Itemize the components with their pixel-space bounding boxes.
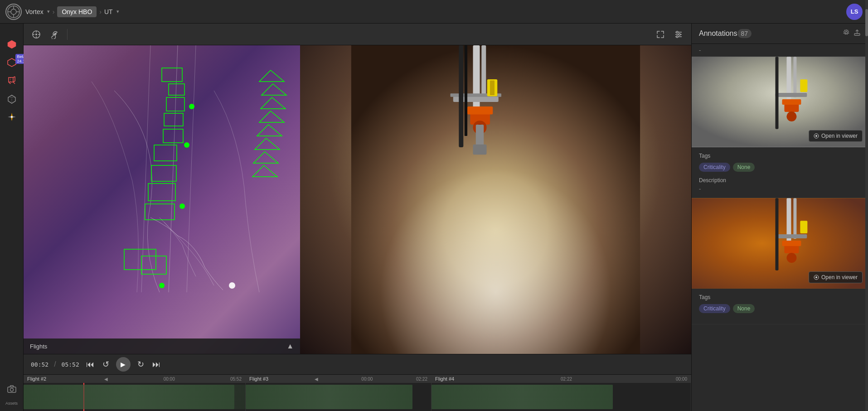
annotation-image-2[interactable]: Open in viewer (692, 198, 868, 289)
tag-none-1[interactable]: None (733, 163, 755, 172)
svg-rect-56 (141, 256, 166, 274)
sidebar-assets (4, 36, 20, 125)
svg-rect-77 (465, 45, 467, 136)
tool-expand[interactable] (653, 27, 668, 42)
tag-none-2[interactable]: None (733, 304, 755, 313)
nav-vortex-dropdown[interactable]: ▾ (47, 9, 50, 15)
flight-4-label: Flight #4 (435, 376, 454, 382)
sidebar-icon-solid-cube[interactable] (4, 36, 20, 53)
app-logo[interactable] (5, 4, 22, 20)
flight-3-track[interactable]: Flight #3 ◀ 00:00 02:22 (246, 375, 432, 411)
skip-forward-button[interactable]: ⏭ (151, 358, 162, 371)
sidebar-icon-corner-cube[interactable] (4, 73, 20, 89)
viewers-row: Flights ▲ (24, 45, 691, 354)
svg-rect-89 (776, 57, 779, 129)
nav-sep-1: › (53, 8, 55, 15)
skip-back-button[interactable]: ⏮ (85, 358, 96, 371)
tool-wrench[interactable] (47, 27, 62, 42)
camera-panel[interactable] (300, 45, 691, 354)
nav-project[interactable]: Onyx HBO (57, 6, 97, 17)
flight-4-track[interactable]: Flight #4 02:22 00:00 (432, 375, 691, 411)
flight-4-body[interactable] (432, 383, 691, 411)
content-area: Flights ▲ (24, 24, 691, 411)
svg-rect-64 (473, 45, 480, 113)
svg-rect-41 (164, 113, 183, 126)
map-panel[interactable]: Flights ▲ (24, 45, 300, 354)
timeline-controls: 00:52 / 05:52 ⏮ ↺ ▶ ↻ ⏭ (24, 354, 691, 375)
sidebar-icon-camera[interactable] (4, 381, 20, 397)
scrollbar[interactable] (865, 24, 868, 411)
svg-rect-76 (459, 45, 463, 147)
nav-view-dropdown[interactable]: ▾ (116, 9, 119, 15)
svg-point-60 (159, 283, 165, 288)
flight-3-label: Flight #3 (249, 376, 268, 382)
flight-3-arrow[interactable]: ◀ (315, 377, 318, 382)
annotations-upload-icon[interactable] (853, 29, 861, 38)
breadcrumb: Vortex ▾ › Onyx HBO › UT ▾ (25, 6, 119, 17)
tag-criticality-2[interactable]: Criticality (699, 304, 730, 313)
tag-criticality-1[interactable]: Criticality (699, 163, 730, 172)
current-time: 00:52 (31, 361, 48, 368)
svg-point-20 (11, 116, 13, 118)
flights-collapse-icon[interactable]: ▲ (286, 342, 294, 350)
svg-rect-53 (148, 184, 175, 201)
nav-vortex[interactable]: Vortex (25, 8, 44, 15)
flight-2-start: 00:00 (164, 377, 175, 382)
flight-2-arrow[interactable]: ◀ (104, 377, 108, 382)
svg-marker-7 (8, 58, 16, 67)
svg-rect-94 (793, 198, 796, 239)
flight-3-header: Flight #3 ◀ 00:00 02:22 (246, 375, 431, 383)
flight-3-body[interactable] (246, 383, 431, 411)
time-sep: / (54, 360, 56, 368)
tool-crosshair[interactable] (29, 27, 44, 42)
annotation-image-1[interactable]: Open in viewer (692, 57, 868, 147)
svg-rect-85 (800, 79, 807, 92)
svg-point-88 (786, 111, 796, 121)
svg-marker-44 (262, 84, 286, 95)
scroll-thumb[interactable] (865, 24, 868, 36)
toolbar (24, 24, 691, 45)
svg-rect-83 (793, 57, 796, 97)
sidebar-icon-compass[interactable] (4, 109, 20, 125)
tags-label-2: Tags (699, 294, 861, 300)
svg-point-33 (679, 34, 680, 35)
annotations-settings-icon[interactable] (843, 29, 850, 38)
svg-rect-98 (782, 241, 801, 246)
tool-settings[interactable] (671, 27, 686, 42)
svg-rect-79 (854, 34, 860, 35)
svg-marker-49 (253, 152, 278, 163)
svg-marker-6 (8, 40, 16, 48)
annotation-meta-1: Tags Criticality None Description - (692, 147, 868, 198)
annotation-dash-1: - (692, 44, 868, 57)
camera-image (300, 45, 691, 354)
svg-marker-47 (257, 125, 282, 136)
total-time: 05:52 (62, 361, 79, 368)
map-canvas: Flights ▲ (24, 45, 300, 354)
flight-2-body[interactable] (24, 383, 245, 411)
user-avatar[interactable]: LS (846, 4, 863, 20)
svg-rect-84 (776, 93, 807, 97)
svg-rect-95 (776, 234, 807, 238)
svg-rect-52 (151, 165, 176, 181)
forward-button[interactable]: ↻ (136, 358, 145, 371)
flight-2-track[interactable]: Flight #2 ◀ 00:00 05:52 (24, 375, 246, 411)
svg-rect-87 (782, 99, 801, 105)
svg-point-1 (11, 9, 16, 15)
rewind-button[interactable]: ↺ (101, 358, 111, 371)
svg-point-58 (184, 142, 189, 148)
play-button[interactable]: ▶ (116, 357, 131, 372)
svg-point-34 (676, 36, 678, 38)
tags-row-2: Criticality None (699, 304, 861, 313)
flight-2-end: 05:52 (230, 377, 242, 382)
svg-point-24 (35, 34, 37, 35)
svg-marker-43 (259, 70, 284, 82)
nav-view[interactable]: UT (104, 8, 113, 15)
flight-3-end: 02:22 (416, 377, 427, 382)
main-area: Beta 24.15 (0, 24, 868, 411)
sidebar-icon-outline[interactable] (4, 91, 20, 107)
tags-label-1: Tags (699, 153, 861, 159)
flights-label: Flights (30, 343, 47, 350)
open-in-viewer-btn-1[interactable]: Open in viewer (809, 130, 863, 142)
svg-point-59 (179, 203, 185, 209)
open-in-viewer-btn-2[interactable]: Open in viewer (809, 271, 863, 283)
